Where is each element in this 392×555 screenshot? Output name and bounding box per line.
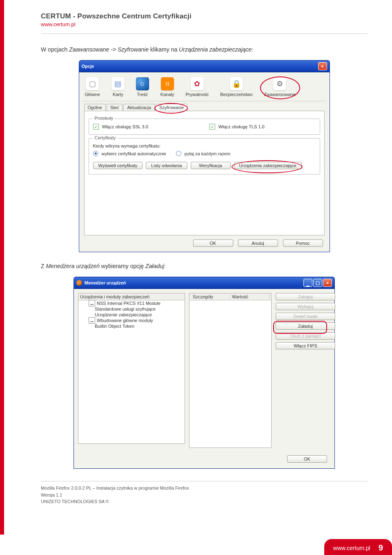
- logout-button: Wyloguj: [276, 303, 335, 310]
- tabs-icon: ▤: [111, 77, 125, 90]
- tab-kanaly[interactable]: ⌗Kanały: [160, 77, 174, 97]
- page-number-pill: www.certum.pl 9: [324, 539, 392, 555]
- tree-row[interactable]: NSS Internal PKCS #11 Module: [78, 300, 185, 306]
- maximize-icon[interactable]: ▢: [313, 279, 322, 287]
- page-header-title: CERTUM - Powszechne Centrum Certyfikacji: [41, 12, 368, 20]
- instruction-1: W opcjach Zaawansowane -> Szyfrowanie kl…: [41, 46, 368, 53]
- tab-prywatnosc[interactable]: ✿Prywatność: [185, 77, 209, 97]
- tab-label: Prywatność: [185, 92, 209, 97]
- cert-prompt: Kiedy witryna wymaga certyfikatu:: [93, 143, 316, 148]
- tls-label: Włącz obsługę TLS 1.0: [218, 124, 265, 129]
- footer-url: www.certum.pl: [333, 545, 370, 551]
- radio-icon: [93, 151, 98, 156]
- subtab-ogolne[interactable]: Ogólne: [84, 104, 106, 111]
- tab-zaawansowane[interactable]: ⚙ Zaawansowane: [264, 77, 296, 97]
- radio-auto[interactable]: wybierz certyfikat automatycznie: [93, 151, 166, 156]
- footer-line3: UNIZETO TECHNOLOGIES SA ©: [41, 498, 368, 505]
- firefox-icon: [76, 280, 82, 286]
- enable-fips-button[interactable]: Włącz FIPS: [276, 342, 335, 349]
- tab-glowne[interactable]: ▢Główne: [85, 77, 100, 97]
- instruction-2: Z Menedżera urządzeń wybieramy opcję Zał…: [41, 263, 368, 269]
- unload-button: Usuń z pamięci: [276, 332, 335, 340]
- ssl-label: Włącz obsługę SSL 3.0: [102, 124, 148, 129]
- security-devices-button[interactable]: Urządzenia zabezpieczające: [234, 162, 302, 169]
- header-separator: [41, 34, 368, 34]
- tab-label: Karty: [113, 92, 123, 97]
- tree-header: Urządzenia i moduły zabezpieczeń: [78, 293, 185, 300]
- page-number: 9: [379, 543, 383, 553]
- close-icon[interactable]: ×: [318, 62, 327, 70]
- show-certs-button[interactable]: Wyświetl certyfikaty: [93, 162, 143, 169]
- verification-button[interactable]: Weryfikacja: [191, 162, 231, 169]
- tab-label: Zaawansowane: [264, 92, 296, 97]
- checkbox-tls[interactable]: ✓Włącz obsługę TLS 1.0: [209, 124, 265, 130]
- subtab-szyfrowanie[interactable]: Szyfrowanie: [156, 104, 187, 111]
- subtab-aktualizacja[interactable]: Aktualizacja: [123, 104, 155, 111]
- change-password-button: Zmień hasło: [276, 313, 335, 320]
- tree-row[interactable]: Builtin Object Token: [78, 323, 185, 329]
- device-manager-titlebar[interactable]: Menedżer urządzeń ▢ ×: [74, 277, 335, 289]
- footer-line2: Wersja 1.1: [41, 492, 368, 499]
- tree-row[interactable]: Wbudowane główne moduły: [78, 318, 185, 323]
- tree-row[interactable]: Urządzenie zabezpieczające: [78, 312, 185, 318]
- lock-icon: 🔒: [230, 77, 243, 90]
- subtab-label: Szyfrowanie: [159, 105, 184, 110]
- minimize-icon[interactable]: [303, 279, 312, 287]
- radio-label: wybierz certyfikat automatycznie: [102, 151, 166, 156]
- footer-separator: [41, 481, 368, 481]
- details-columns: SzczegółyWartość: [189, 293, 272, 448]
- checkbox-icon: ✓: [93, 124, 99, 130]
- ok-button[interactable]: OK: [287, 455, 327, 463]
- device-manager-title: Menedżer urządzeń: [85, 280, 126, 285]
- tab-label: Kanały: [160, 92, 174, 97]
- device-manager-window: Menedżer urządzeń ▢ × Urządzenia i moduł…: [74, 277, 335, 469]
- home-icon: ▢: [86, 77, 99, 90]
- device-tree[interactable]: Urządzenia i moduły zabezpieczeń NSS Int…: [78, 293, 185, 444]
- tab-tresc[interactable]: ○Treść: [136, 77, 149, 97]
- radio-ask[interactable]: pytaj za każdym razem: [176, 151, 230, 156]
- radio-label: pytaj za każdym razem: [185, 151, 230, 156]
- opcje-title: Opcje: [82, 64, 94, 69]
- checkbox-ssl[interactable]: ✓Włącz obsługę SSL 3.0: [93, 124, 148, 130]
- cancel-button[interactable]: Anuluj: [238, 239, 278, 247]
- rss-icon: ⌗: [161, 77, 174, 90]
- crl-button[interactable]: Listy odwołania: [146, 162, 187, 169]
- red-sidebar: [0, 0, 4, 535]
- tree-row[interactable]: Standardowe usługi szyfrujące: [78, 306, 185, 312]
- close-icon[interactable]: ×: [323, 279, 332, 287]
- tab-label: Treść: [137, 92, 148, 97]
- col-szczegoly: Szczegóły: [191, 294, 230, 299]
- checkbox-icon: ✓: [209, 124, 215, 130]
- privacy-icon: ✿: [191, 77, 204, 90]
- opcje-titlebar[interactable]: Opcje ×: [79, 60, 330, 72]
- tab-karty[interactable]: ▤Karty: [111, 77, 125, 97]
- radio-icon: [176, 151, 181, 156]
- opcje-window: Opcje × ▢Główne ▤Karty ○Treść ⌗Kanały ✿P…: [79, 60, 330, 252]
- doc-footer: Mozilla Firefox 2.0.0.2 PL – Instalacja …: [41, 485, 368, 505]
- load-button[interactable]: Załaduj: [276, 322, 335, 330]
- tab-label: Bezpieczeństwo: [220, 92, 253, 97]
- tab-label: Główne: [85, 92, 100, 97]
- globe-icon: ○: [136, 77, 149, 90]
- page-header-url: www.certum.pl: [41, 21, 368, 27]
- gear-icon: ⚙: [273, 77, 286, 90]
- certificates-legend: Certyfikaty: [93, 135, 118, 140]
- ok-button[interactable]: OK: [193, 239, 233, 247]
- footer-line1: Mozilla Firefox 2.0.0.2 PL – Instalacja …: [41, 485, 368, 492]
- col-wartosc: Wartość: [230, 294, 270, 299]
- help-button[interactable]: Pomoc: [283, 239, 323, 247]
- login-button: Zaloguj: [276, 293, 335, 300]
- tab-bezpieczenstwo[interactable]: 🔒Bezpieczeństwo: [220, 77, 253, 97]
- protocols-legend: Protokoły: [93, 116, 115, 121]
- subtab-siec[interactable]: Sieć: [107, 104, 122, 111]
